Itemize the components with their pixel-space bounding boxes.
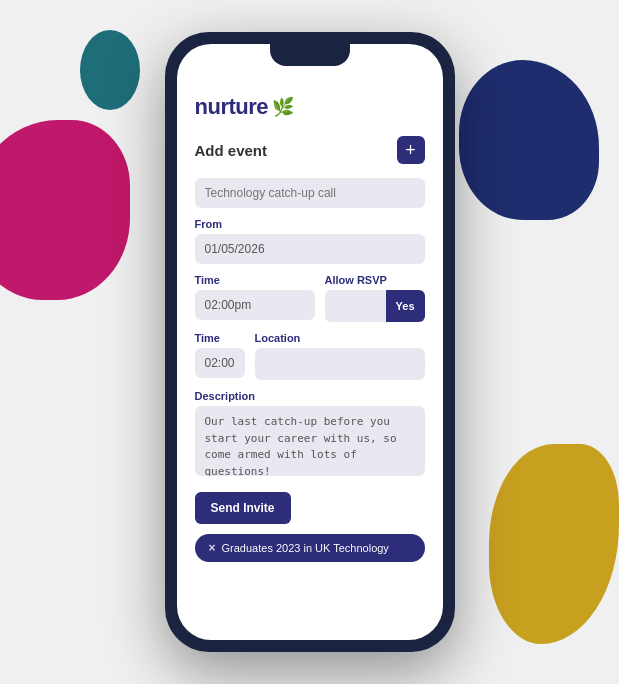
send-invite-label: Send Invite xyxy=(211,501,275,515)
allow-rsvp-col: Allow RSVP Yes xyxy=(325,274,425,322)
phone-frame: nurture 🌿 Add event + From Time xyxy=(165,32,455,652)
navy-blob xyxy=(459,60,599,220)
header-row: Add event + xyxy=(195,136,425,164)
time-input-1[interactable] xyxy=(195,290,315,320)
from-date-input[interactable] xyxy=(195,234,425,264)
description-label: Description xyxy=(195,390,425,402)
send-invite-button[interactable]: Send Invite xyxy=(195,492,291,524)
time-input-2[interactable] xyxy=(195,348,245,378)
event-name-input[interactable] xyxy=(195,178,425,208)
rsvp-toggle[interactable]: Yes xyxy=(325,290,425,322)
tag-close-icon[interactable]: × xyxy=(209,541,216,555)
time-location-row: Time Location xyxy=(195,332,425,380)
logo-area: nurture 🌿 xyxy=(195,94,425,120)
gold-blob xyxy=(489,444,619,644)
location-input[interactable] xyxy=(255,348,425,380)
page-title: Add event xyxy=(195,142,268,159)
logo-text: nurture xyxy=(195,94,269,120)
description-textarea[interactable]: Our last catch-up before you start your … xyxy=(195,406,425,476)
add-event-button[interactable]: + xyxy=(397,136,425,164)
tag-label: Graduates 2023 in UK Technology xyxy=(222,542,389,554)
time-col-1: Time xyxy=(195,274,315,322)
location-col: Location xyxy=(255,332,425,380)
phone-screen: nurture 🌿 Add event + From Time xyxy=(177,44,443,640)
allow-rsvp-label: Allow RSVP xyxy=(325,274,425,286)
location-label: Location xyxy=(255,332,425,344)
from-label: From xyxy=(195,218,425,230)
rsvp-off xyxy=(325,290,386,322)
time-label-2: Time xyxy=(195,332,245,344)
time-col-2: Time xyxy=(195,332,245,380)
plus-icon: + xyxy=(405,140,416,161)
phone-notch xyxy=(270,44,350,66)
pink-blob xyxy=(0,120,130,300)
screen-content: nurture 🌿 Add event + From Time xyxy=(177,44,443,640)
logo-leaf-icon: 🌿 xyxy=(272,96,294,118)
time-rsvp-row: Time Allow RSVP Yes xyxy=(195,274,425,322)
time-label-1: Time xyxy=(195,274,315,286)
teal-blob xyxy=(80,30,140,110)
rsvp-yes-option[interactable]: Yes xyxy=(386,290,425,322)
graduates-tag[interactable]: × Graduates 2023 in UK Technology xyxy=(195,534,425,562)
